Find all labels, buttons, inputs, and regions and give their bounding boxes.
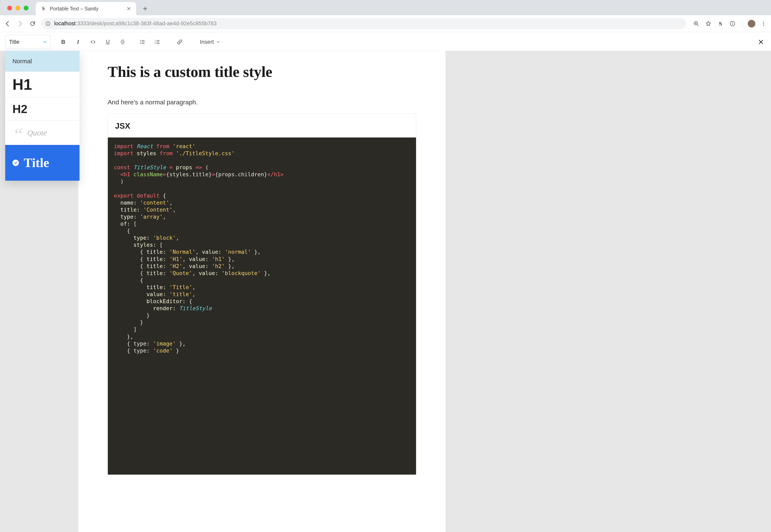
- style-option-quote[interactable]: “ Quote: [5, 120, 80, 145]
- svg-rect-6: [732, 23, 733, 25]
- svg-point-5: [732, 22, 733, 23]
- editor-toolbar: Title B I 123: [0, 33, 771, 51]
- omnibox-text: localhost:3333/desk/post;a98c1c38-363f-4…: [54, 20, 217, 27]
- close-editor-button[interactable]: [756, 37, 766, 47]
- omnibox[interactable]: localhost:3333/desk/post;a98c1c38-363f-4…: [41, 18, 686, 29]
- check-icon: [12, 160, 19, 166]
- window-controls: [4, 6, 31, 15]
- url-host: localhost: [54, 20, 76, 26]
- bookmark-icon[interactable]: [705, 20, 712, 28]
- svg-point-12: [140, 43, 141, 44]
- new-tab-button[interactable]: [140, 4, 150, 14]
- tab-title: Portable Text – Sanity: [50, 6, 122, 12]
- block-style-select[interactable]: Title: [5, 35, 50, 49]
- window-close-button[interactable]: [7, 6, 12, 10]
- insert-menu[interactable]: Insert: [197, 39, 223, 45]
- link-button[interactable]: [172, 36, 187, 48]
- svg-point-11: [140, 42, 141, 42]
- window-zoom-button[interactable]: [24, 6, 29, 10]
- svg-rect-2: [48, 23, 48, 25]
- extension-sanity-icon[interactable]: S: [717, 20, 724, 28]
- app-viewport: Title B I 123: [0, 33, 771, 532]
- block-style-label: Title: [9, 39, 19, 45]
- style-option-h2[interactable]: H2: [5, 97, 80, 120]
- url-path: :3333/desk/post;a98c1c38-363f-48ad-ae4d-…: [76, 20, 217, 26]
- svg-point-10: [140, 40, 141, 41]
- doc-title[interactable]: This is a custom title style: [108, 63, 416, 81]
- svg-point-7: [763, 21, 764, 22]
- style-option-label: Normal: [12, 58, 32, 65]
- browser-chrome: S Portable Text – Sanity localhost:3333/…: [0, 0, 771, 26]
- forward-button[interactable]: [16, 20, 24, 28]
- tab-strip: S Portable Text – Sanity: [0, 0, 771, 15]
- bullet-list-button[interactable]: [135, 36, 150, 48]
- code-language-label: JSX: [108, 114, 416, 138]
- code-body[interactable]: import React from 'react' import styles …: [108, 138, 416, 475]
- style-dropdown: Normal H1 H2 “ Quote Title: [5, 51, 80, 181]
- zoom-icon[interactable]: [692, 20, 700, 28]
- style-option-h1[interactable]: H1: [5, 71, 80, 97]
- site-info-icon[interactable]: [45, 21, 51, 26]
- numbered-list-button[interactable]: 123: [150, 36, 164, 48]
- extension-info-icon[interactable]: [729, 20, 736, 28]
- document-paper[interactable]: This is a custom title style And here's …: [78, 51, 446, 532]
- toolbar-right: S: [690, 20, 767, 28]
- bold-button[interactable]: B: [56, 36, 70, 48]
- chevron-down-icon: [216, 40, 220, 44]
- svg-point-1: [48, 22, 48, 23]
- editor-surface: This is a custom title style And here's …: [0, 51, 771, 532]
- underline-button[interactable]: [101, 36, 115, 48]
- profile-avatar[interactable]: [748, 20, 755, 28]
- doc-paragraph[interactable]: And here's a normal paragraph.: [108, 99, 416, 106]
- style-option-label: H1: [12, 76, 32, 93]
- quote-icon: “: [12, 130, 23, 140]
- code-block[interactable]: JSX import React from 'react' import sty…: [108, 114, 416, 475]
- style-option-title[interactable]: Title: [5, 145, 80, 181]
- svg-point-8: [763, 23, 764, 24]
- chevron-down-icon: [43, 40, 47, 44]
- italic-button[interactable]: I: [71, 36, 85, 48]
- list-group: 123: [135, 36, 164, 48]
- window-minimize-button[interactable]: [15, 6, 20, 10]
- inline-format-group: B I: [56, 36, 130, 48]
- insert-label: Insert: [200, 39, 214, 45]
- chrome-menu-icon[interactable]: [760, 20, 767, 28]
- address-bar: localhost:3333/desk/post;a98c1c38-363f-4…: [0, 15, 771, 32]
- style-option-label: Title: [24, 155, 49, 170]
- style-option-label: Quote: [27, 128, 47, 138]
- svg-point-9: [763, 25, 764, 26]
- style-option-label: H2: [12, 102, 27, 116]
- svg-text:3: 3: [155, 43, 156, 45]
- tab-close-icon[interactable]: [126, 6, 132, 12]
- code-button[interactable]: [86, 36, 100, 48]
- back-button[interactable]: [4, 20, 12, 28]
- style-option-normal[interactable]: Normal: [5, 51, 80, 71]
- strikethrough-button[interactable]: [115, 36, 130, 48]
- reload-button[interactable]: [29, 20, 37, 28]
- browser-tab-active[interactable]: S Portable Text – Sanity: [36, 2, 136, 15]
- favicon-icon: S: [40, 5, 47, 12]
